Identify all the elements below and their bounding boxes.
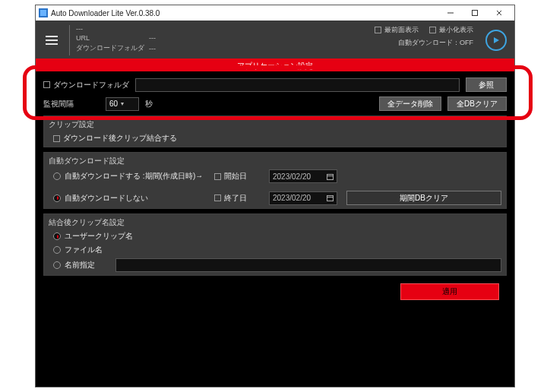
start-date-label: 開始日	[224, 171, 247, 182]
app-window: Auto Downloader Lite Ver.0.38.0 --- URL …	[35, 5, 515, 387]
topmost-label: 最前面表示	[384, 25, 419, 35]
status-dashes: ---	[76, 25, 83, 33]
clipname-user-radio[interactable]: ユーザークリップ名	[53, 231, 501, 242]
autodl-do-label: 自動ダウンロードする :期間(作成日時)→	[65, 171, 203, 182]
end-date-picker[interactable]: 2023/02/20	[269, 191, 337, 205]
minimize-button[interactable]	[438, 5, 463, 21]
clipname-user-label: ユーザークリップ名	[65, 231, 133, 242]
download-folder-label: ダウンロードフォルダ	[53, 80, 129, 90]
status-block: --- URL --- ダウンロードフォルダ ---	[76, 25, 375, 53]
maximize-button[interactable]	[463, 5, 487, 21]
interval-row: 監視間隔 60 ▾ 秒 全データ削除 全DBクリア	[43, 96, 507, 111]
divider	[69, 25, 70, 55]
titlebar: Auto Downloader Lite Ver.0.38.0	[36, 5, 514, 21]
end-date-checkbox[interactable]: 終了日	[214, 193, 260, 204]
status-url-label: URL	[76, 34, 144, 42]
topbar: --- URL --- ダウンロードフォルダ --- 最前面表示 最小化表示	[36, 21, 514, 71]
topmost-checkbox[interactable]: 最前面表示	[375, 25, 419, 35]
autodl-settings-panel: 自動ダウンロード設定 自動ダウンロードする :期間(作成日時)→ 開始日 202…	[43, 152, 507, 209]
svg-rect-1	[40, 10, 46, 16]
chevron-down-icon: ▾	[121, 100, 124, 107]
download-folder-checkbox[interactable]: ダウンロードフォルダ	[43, 80, 129, 90]
clipname-settings-panel: 結合後クリップ名設定 ユーザークリップ名 ファイル名 名前指定	[43, 213, 507, 276]
clipname-file-label: ファイル名	[65, 245, 103, 255]
calendar-icon	[327, 173, 334, 180]
calendar-icon	[327, 194, 334, 201]
settings-content: ダウンロードフォルダ 参照 監視間隔 60 ▾ 秒 全データ削除 全DBクリア …	[36, 71, 514, 387]
start-date-picker[interactable]: 2023/02/20	[269, 169, 337, 183]
interval-select[interactable]: 60 ▾	[106, 97, 139, 111]
hamburger-menu-button[interactable]	[40, 25, 63, 55]
svg-marker-9	[494, 37, 499, 43]
start-date-value: 2023/02/20	[273, 172, 311, 181]
minview-checkbox[interactable]: 最小化表示	[429, 25, 473, 35]
window-title: Auto Downloader Lite Ver.0.38.0	[51, 9, 438, 17]
interval-label: 監視間隔	[43, 99, 100, 109]
status-dlfolder-value: ---	[149, 45, 156, 52]
browse-button[interactable]: 参照	[466, 77, 507, 92]
clipname-custom-input[interactable]	[115, 258, 501, 272]
autodl-dont-label: 自動ダウンロードしない	[65, 193, 148, 204]
svg-rect-12	[327, 196, 334, 201]
clip-panel-title: クリップ設定	[49, 119, 501, 130]
close-button[interactable]	[487, 5, 511, 21]
merge-after-dl-label: ダウンロード後クリップ結合する	[63, 133, 177, 144]
apply-button[interactable]: 適用	[400, 283, 499, 300]
start-date-checkbox[interactable]: 開始日	[214, 171, 260, 182]
status-dlfolder-label: ダウンロードフォルダ	[76, 43, 144, 53]
status-url-value: ---	[149, 34, 156, 42]
clipname-panel-title: 結合後クリップ名設定	[49, 217, 501, 228]
topbar-right: 最前面表示 最小化表示 自動ダウンロード：OFF	[375, 25, 473, 48]
period-dbclear-button[interactable]: 期間DBクリア	[346, 191, 501, 205]
svg-rect-3	[473, 11, 478, 16]
clipname-custom-radio[interactable]: 名前指定	[53, 260, 109, 270]
clear-alldb-button[interactable]: 全DBクリア	[447, 96, 507, 111]
autodl-do-radio[interactable]: 自動ダウンロードする :期間(作成日時)→	[53, 171, 205, 182]
clip-settings-panel: クリップ設定 ダウンロード後クリップ結合する	[43, 115, 507, 147]
interval-value: 60	[109, 100, 118, 108]
clipname-file-radio[interactable]: ファイル名	[53, 245, 501, 255]
autodl-panel-title: 自動ダウンロード設定	[49, 156, 501, 166]
play-button[interactable]	[485, 30, 507, 51]
delete-all-button[interactable]: 全データ削除	[379, 96, 441, 111]
merge-after-dl-checkbox[interactable]: ダウンロード後クリップ結合する	[53, 133, 501, 144]
app-icon	[39, 8, 48, 17]
end-date-label: 終了日	[224, 193, 247, 204]
download-folder-row: ダウンロードフォルダ 参照	[43, 77, 507, 92]
section-title: アプリケーション設定	[36, 61, 514, 71]
autodl-status-label: 自動ダウンロード：OFF	[398, 38, 473, 48]
minview-label: 最小化表示	[439, 25, 473, 35]
end-date-value: 2023/02/20	[273, 194, 311, 202]
download-folder-input[interactable]	[135, 78, 460, 92]
interval-unit: 秒	[145, 99, 153, 109]
clipname-custom-label: 名前指定	[65, 260, 95, 270]
svg-rect-10	[327, 174, 334, 179]
autodl-dont-radio[interactable]: 自動ダウンロードしない	[53, 193, 205, 204]
